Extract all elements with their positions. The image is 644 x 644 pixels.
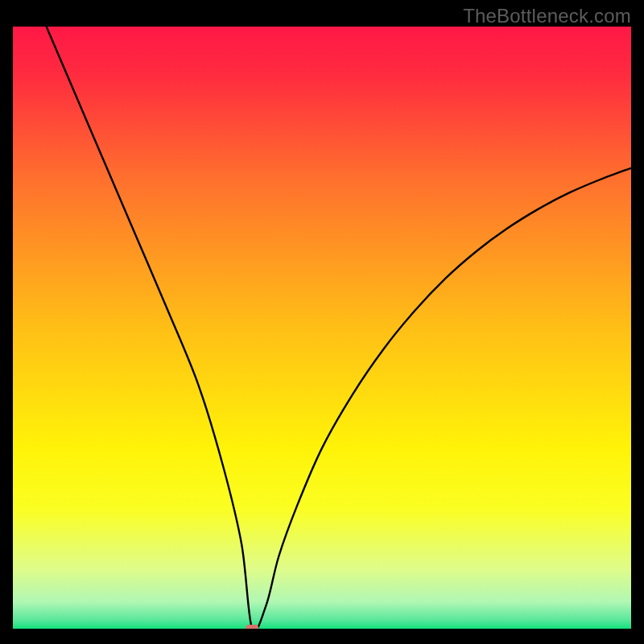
plot-frame <box>13 27 631 629</box>
plot-background <box>13 27 631 629</box>
attribution-watermark: TheBottleneck.com <box>463 5 631 27</box>
plot-svg <box>13 27 631 629</box>
optimum-marker <box>246 625 258 629</box>
chart-container: TheBottleneck.com <box>0 0 644 644</box>
